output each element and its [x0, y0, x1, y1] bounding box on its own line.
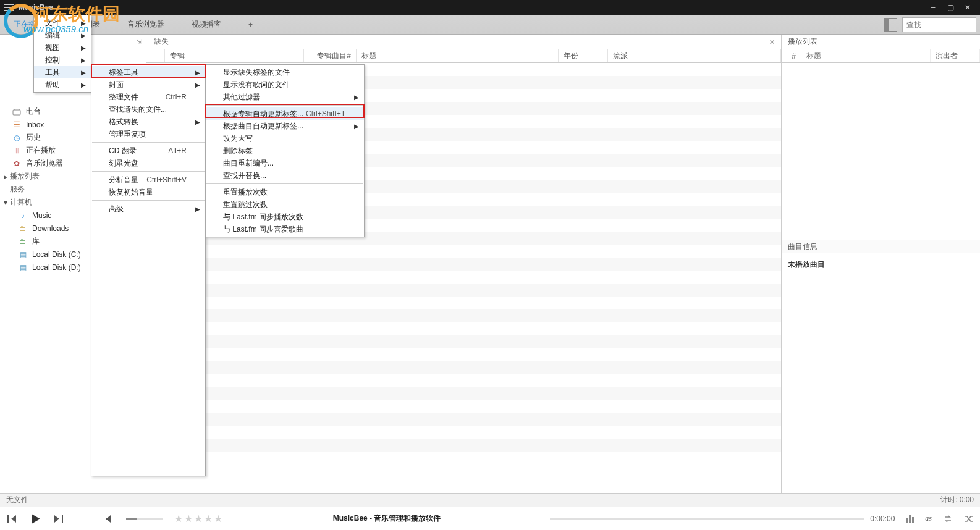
rp-col-artist[interactable]: 演出者 [931, 49, 980, 62]
menu-duplicates[interactable]: 管理重复项 [91, 128, 205, 140]
menu-synclastlove[interactable]: 与 Last.fm 同步喜爱歌曲 [206, 223, 364, 235]
grid-header: 专辑 专辑曲目# 标题 年份 流派 [146, 49, 781, 63]
tab-add[interactable]: + [235, 15, 266, 34]
menu-burn[interactable]: 刻录光盘 [91, 157, 205, 169]
equalizer-icon[interactable] [906, 515, 914, 523]
menu-findreplace[interactable]: 查找并替换... [206, 169, 364, 182]
search-input[interactable] [903, 20, 980, 29]
menu-resetskip[interactable]: 重置跳过次数 [206, 198, 364, 211]
maximize-button[interactable]: ▢ [942, 0, 959, 15]
menu-convert[interactable]: 格式转换▶ [91, 116, 205, 128]
svg-rect-5 [7, 515, 9, 523]
player-time: 0:00:00 [870, 515, 895, 523]
volume-icon[interactable] [105, 515, 115, 523]
progress-bar[interactable] [550, 518, 864, 520]
menu-synclastplay[interactable]: 与 Last.fm 同步播放次数 [206, 211, 364, 223]
menu-removetags[interactable]: 删除标签 [206, 145, 364, 157]
search-box[interactable]: ▾ [902, 17, 976, 32]
menu-organise[interactable]: 整理文件Ctrl+R [91, 91, 205, 103]
menu-advanced[interactable]: 高级▶ [91, 203, 205, 215]
menu-otherfilter[interactable]: 其他过滤器▶ [206, 91, 364, 103]
play-button[interactable] [28, 512, 42, 526]
menu-analyse[interactable]: 分析音量Ctrl+Shift+V [91, 174, 205, 186]
app-title: MusicBee [19, 3, 53, 12]
menu-renumber[interactable]: 曲目重新编号... [206, 157, 364, 169]
menu-autotrack[interactable]: 根据曲目自动更新标签...▶ [206, 120, 364, 132]
shuffle-icon[interactable] [964, 515, 974, 523]
rp-col-no[interactable]: # [782, 49, 801, 62]
pin-icon[interactable]: ⇲ [136, 38, 142, 46]
close-button[interactable]: ✕ [959, 0, 976, 15]
menu-cdrip[interactable]: CD 翻录Alt+R [91, 145, 205, 157]
tools-submenu: 标签工具▶ 封面▶ 整理文件Ctrl+R 查找遗失的文件... 格式转换▶ 管理… [91, 64, 206, 476]
tab-videoplayer[interactable]: 视频播客 [178, 15, 235, 34]
col-expand[interactable] [146, 49, 165, 62]
tab-musicbrowser[interactable]: 音乐浏览器 [114, 15, 178, 34]
menu-upper[interactable]: 改为大写 [206, 132, 364, 145]
menu-view[interactable]: 视图▶ [34, 41, 91, 54]
hamburger-icon[interactable] [4, 4, 14, 11]
rp-col-title[interactable]: 标题 [801, 49, 931, 62]
trackinfo-none: 未播放曲目 [782, 253, 980, 276]
menu-findmissing[interactable]: 查找遗失的文件... [91, 103, 205, 116]
main-menu: 文件▶ 编辑▶ 视图▶ 控制▶ 工具▶ 帮助▶ [33, 15, 91, 93]
rightpanel-columns: # 标题 演出者 [782, 49, 980, 63]
menu-tools[interactable]: 工具▶ [34, 66, 91, 78]
rating-stars[interactable]: ★★★★★ [174, 513, 224, 524]
status-timer: 计时: 0:00 [940, 495, 974, 505]
menu-tagtools[interactable]: 标签工具▶ [91, 66, 205, 78]
repeat-icon[interactable] [943, 515, 953, 523]
menu-control[interactable]: 控制▶ [34, 54, 91, 66]
tagtools-submenu: 显示缺失标签的文件 显示没有歌词的文件 其他过滤器▶ 根据专辑自动更新标签...… [205, 64, 365, 237]
menu-file[interactable]: 文件▶ [34, 17, 91, 29]
minimize-button[interactable]: – [924, 0, 942, 15]
menu-autoalbum[interactable]: 根据专辑自动更新标签...Ctrl+Shift+T [206, 107, 364, 120]
volume-slider[interactable] [126, 518, 163, 520]
col-trackno[interactable]: 专辑曲目# [304, 49, 357, 62]
rightpanel-title: 播放列表 [782, 35, 980, 49]
col-album[interactable]: 专辑 [165, 49, 304, 62]
prev-button[interactable] [6, 515, 17, 523]
menu-resetplay[interactable]: 重置播放次数 [206, 186, 364, 198]
svg-rect-2 [13, 110, 20, 115]
svg-rect-6 [62, 515, 63, 523]
menu-showmissing[interactable]: 显示缺失标签的文件 [206, 66, 364, 78]
col-title[interactable]: 标题 [357, 49, 559, 62]
player-title: MusicBee - 音乐管理和播放软件 [333, 513, 441, 524]
menu-shownolyrics[interactable]: 显示没有歌词的文件 [206, 78, 364, 91]
subheader-missing: 缺失 [146, 36, 169, 47]
col-genre[interactable]: 流派 [608, 49, 781, 62]
rightpanel-body[interactable]: 曲目信息 未播放曲目 [782, 63, 980, 493]
menu-cover[interactable]: 封面▶ [91, 78, 205, 91]
subheader-close-icon[interactable]: × [769, 36, 775, 47]
menu-help[interactable]: 帮助▶ [34, 78, 91, 91]
menu-edit[interactable]: 编辑▶ [34, 29, 91, 41]
status-nofile: 无文件 [6, 495, 28, 505]
app-dropdown-icon[interactable]: ▾ [57, 4, 60, 11]
next-button[interactable] [53, 515, 64, 523]
lastfm-icon[interactable]: as [925, 514, 932, 523]
menu-restorevol[interactable]: 恢复初始音量 [91, 186, 205, 198]
layout-icon[interactable] [884, 18, 897, 32]
col-year[interactable]: 年份 [559, 49, 608, 62]
trackinfo-head: 曲目信息 [782, 240, 980, 253]
